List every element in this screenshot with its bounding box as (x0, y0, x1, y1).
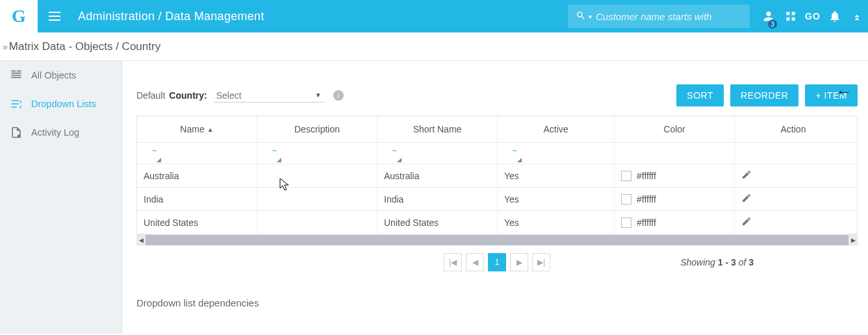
cell-color: #ffffff (615, 188, 735, 210)
cell-description (257, 188, 377, 210)
filter-active[interactable]: ~ (498, 143, 615, 164)
info-icon[interactable]: i (333, 90, 344, 101)
topbar: G Administration / Data Management ▾ 3 G… (0, 0, 868, 32)
page-next-button[interactable]: ▶ (510, 253, 528, 271)
cell-action (735, 211, 852, 234)
go-button[interactable]: GO (802, 0, 824, 32)
breadcrumb: Administration / Data Management (78, 10, 264, 23)
filter-color[interactable] (615, 143, 735, 164)
page-title: Matrix Data - Objects / Country (9, 40, 160, 53)
sitemap-icon[interactable] (780, 0, 802, 32)
pagination-row: |◀ ◀ 1 ▶ ▶| Showing 1 - 3 of 3 (136, 245, 858, 279)
col-header-name[interactable]: Name▲ (137, 116, 257, 142)
app-logo[interactable]: G (0, 0, 38, 32)
pagination-summary: Showing 1 - 3 of 3 (680, 257, 754, 267)
col-header-description[interactable]: Description (257, 116, 377, 142)
list-icon (9, 97, 23, 110)
table-row: United StatesUnited StatesYes#ffffff (137, 211, 857, 234)
default-country-dropdown[interactable]: Select ▼ (214, 89, 324, 103)
sidebar-item-label: All Objects (31, 70, 76, 81)
col-header-active[interactable]: Active (498, 116, 615, 142)
sidebar: All Objects Dropdown Lists Activity Log (0, 61, 122, 334)
reorder-button[interactable]: REORDER (730, 84, 799, 106)
col-header-action: Action (735, 116, 852, 142)
cell-description (257, 164, 377, 187)
deps-heading: Dropdown list dependencies (136, 297, 858, 308)
menu-icon[interactable] (44, 12, 65, 21)
table-header-row: Name▲ Description Short Name Active Colo… (137, 116, 857, 143)
expand-icon[interactable]: » (3, 42, 8, 52)
notification-badge: 3 (768, 19, 777, 29)
sidebar-item-activity-log[interactable]: Activity Log (0, 118, 121, 147)
cell-color: #ffffff (615, 164, 735, 187)
filter-action (735, 143, 852, 164)
cell-action (735, 164, 852, 187)
color-swatch (621, 194, 632, 205)
filter-name[interactable]: ~ (137, 143, 257, 164)
page-number-button[interactable]: 1 (488, 253, 506, 271)
color-swatch (621, 171, 632, 181)
cell-active: Yes (498, 211, 615, 234)
table-row: AustraliaAustraliaYes#ffffff (137, 164, 857, 188)
horizontal-scrollbar[interactable]: ◀ ▶ (136, 235, 858, 245)
cell-action (735, 188, 852, 210)
scroll-left-icon[interactable]: ◀ (136, 235, 146, 245)
default-country-value: Select (216, 90, 242, 101)
cell-active: Yes (498, 164, 615, 187)
back-arrow-icon[interactable]: ← (836, 82, 852, 102)
edit-icon[interactable] (741, 169, 752, 182)
cell-color: #ffffff (615, 211, 735, 234)
cell-name: India (137, 188, 257, 210)
cell-short-name: India (377, 188, 498, 210)
default-label-prefix: Default (136, 90, 165, 101)
edit-icon[interactable] (741, 216, 752, 229)
collapse-up-icon[interactable] (846, 0, 868, 32)
filter-short-name[interactable]: ~ (377, 143, 498, 164)
sidebar-item-all-objects[interactable]: All Objects (0, 61, 121, 90)
page-title-row: » Matrix Data - Objects / Country (0, 32, 868, 61)
page-prev-button[interactable]: ◀ (466, 253, 484, 271)
log-icon (9, 126, 23, 139)
cell-short-name: United States (377, 211, 498, 234)
cell-short-name: Australia (377, 164, 498, 187)
default-country-selector: Default Country: Select ▼ i (136, 89, 344, 103)
sidebar-item-label: Activity Log (31, 127, 79, 138)
col-header-short-name[interactable]: Short Name (377, 116, 498, 142)
scroll-right-icon[interactable]: ▶ (849, 235, 858, 245)
edit-icon[interactable] (741, 193, 752, 205)
bell-icon[interactable] (824, 0, 846, 32)
cell-name: Australia (137, 164, 257, 187)
search-icon (576, 10, 586, 23)
cell-description (257, 211, 377, 234)
sort-button[interactable]: SORT (676, 84, 724, 106)
col-header-color[interactable]: Color (615, 116, 735, 142)
cell-active: Yes (498, 188, 615, 210)
sidebar-item-label: Dropdown Lists (31, 99, 96, 109)
filter-description[interactable]: ~ (257, 143, 377, 164)
main-panel: ← Default Country: Select ▼ i SORT REORD… (122, 61, 868, 334)
sort-asc-icon: ▲ (207, 126, 214, 133)
page-first-button[interactable]: |◀ (444, 253, 462, 271)
color-swatch (621, 217, 632, 228)
table-filter-row: ~ ~ ~ ~ (137, 143, 857, 164)
page-last-button[interactable]: ▶| (532, 253, 550, 271)
user-admin-icon[interactable]: 3 (758, 0, 780, 32)
sidebar-item-dropdown-lists[interactable]: Dropdown Lists (0, 90, 121, 118)
svg-point-0 (18, 134, 21, 138)
global-search[interactable]: ▾ (568, 5, 750, 28)
chevron-down-icon: ▼ (315, 92, 322, 99)
search-input[interactable] (596, 11, 742, 22)
cell-name: United States (137, 211, 257, 234)
grid-icon (9, 69, 23, 82)
country-table: Name▲ Description Short Name Active Colo… (136, 116, 858, 235)
default-label-bold: Country: (169, 90, 207, 101)
search-dropdown-caret[interactable]: ▾ (589, 13, 592, 20)
table-row: IndiaIndiaYes#ffffff (137, 188, 857, 211)
